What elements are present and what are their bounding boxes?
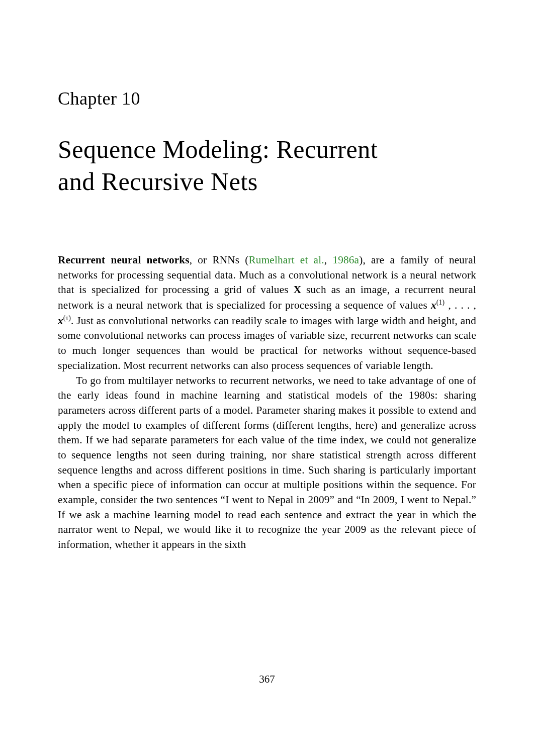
variable-X: X: [294, 284, 302, 296]
chapter-title-line2: and Recursive Nets: [58, 167, 258, 196]
sequence-ellipsis: , . . . ,: [444, 299, 476, 311]
citation-author: Rumelhart et al.: [249, 254, 324, 266]
chapter-title-line1: Sequence Modeling: Recurrent: [58, 135, 378, 163]
paragraph-1: Recurrent neural networks, or RNNs (Rume…: [58, 253, 476, 373]
citation-year: 1986a: [332, 254, 359, 266]
page: Chapter 10 Sequence Modeling: Recurrent …: [0, 0, 534, 756]
lead-term: Recurrent neural networks: [58, 254, 190, 266]
citation-separator: ,: [324, 254, 333, 266]
variable-x2: x: [58, 315, 63, 327]
superscript-1: (1): [436, 299, 445, 306]
page-number: 367: [0, 673, 534, 686]
text-run: . Just as convolutional networks can rea…: [58, 315, 476, 371]
variable-x1: x: [431, 299, 436, 311]
chapter-title: Sequence Modeling: Recurrent and Recursi…: [58, 133, 476, 198]
superscript-tau: (τ): [63, 314, 71, 322]
text-run: , or RNNs (: [190, 254, 249, 266]
chapter-label: Chapter 10: [58, 88, 476, 109]
body-text: Recurrent neural networks, or RNNs (Rume…: [58, 253, 476, 552]
paragraph-2: To go from multilayer networks to recurr…: [58, 373, 476, 552]
